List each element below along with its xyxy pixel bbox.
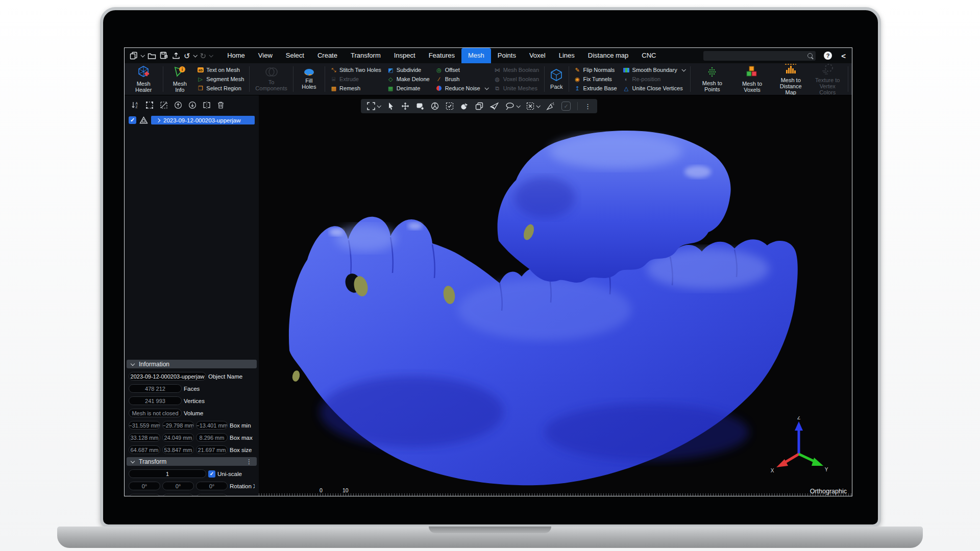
menu-item-home[interactable]: Home [220, 48, 252, 63]
plane-tool-icon[interactable] [490, 102, 499, 110]
search-input[interactable] [706, 52, 807, 60]
menu-item-cnc[interactable]: CNC [635, 48, 663, 63]
deselect-all-icon[interactable] [160, 101, 168, 109]
menu-item-features[interactable]: Features [422, 48, 461, 63]
flip-normals-button[interactable]: ✎ Flip Normals [574, 66, 617, 73]
delete-icon[interactable] [217, 101, 225, 109]
translation-y-input[interactable]: 0 mm [162, 494, 194, 496]
pack-button[interactable]: Pack [547, 68, 566, 90]
information-section-header[interactable]: Information [127, 360, 257, 368]
jaw-scan-model[interactable] [259, 95, 852, 496]
axis-z-label: Z [797, 416, 800, 420]
help-button[interactable]: ? [824, 52, 832, 60]
new-project-button[interactable] [130, 52, 144, 60]
box-size-x: 64.687 mm [129, 445, 160, 454]
extrude-base-button[interactable]: ↥ Extrude Base [574, 85, 617, 92]
search-box[interactable] [703, 51, 816, 61]
re-position-button[interactable]: ◐ Re-position [623, 76, 685, 83]
tree-item-upperjaw[interactable]: 2023-09-12-000203-upperjaw [151, 116, 255, 124]
make-delone-button[interactable]: ◇ Make Delone [387, 76, 430, 83]
menu-item-inspect[interactable]: Inspect [387, 48, 422, 63]
unite-meshes-button[interactable]: ⧉ Unite Meshes [494, 85, 539, 92]
decimate-button[interactable]: ▦ Decimate [387, 85, 430, 92]
scale-input[interactable]: 1 [129, 469, 206, 478]
flip-view-icon[interactable] [203, 101, 211, 109]
mesh-info-button[interactable]: i Mesh Info [165, 65, 194, 93]
undo-button[interactable]: ↺ [184, 52, 197, 60]
menu-item-voxel[interactable]: Voxel [523, 48, 552, 63]
fix-tunnels-button[interactable]: ◉ Fix Tunnels [574, 76, 617, 83]
visibility-checkbox[interactable]: ✓ [129, 116, 136, 124]
redo-button[interactable]: ↻ [200, 52, 213, 60]
deselect-box-button[interactable] [526, 102, 540, 110]
offset-button[interactable]: ◎ Offset [436, 66, 488, 73]
subdivide-button[interactable]: ◩ Subdivide [387, 66, 430, 73]
export-button[interactable] [172, 52, 180, 60]
menu-item-transform[interactable]: Transform [344, 48, 387, 63]
select-cursor-icon[interactable] [387, 102, 395, 110]
viewport-3d[interactable]: ✓ ⋮ 0 10 Z [259, 95, 852, 496]
open-file-button[interactable] [148, 52, 156, 60]
smooth-boundary-button[interactable]: Smooth Boundary [623, 66, 685, 73]
scale-ruler: 0 10 [259, 488, 852, 496]
segment-mesh-button[interactable]: ▷ Segment Mesh [197, 76, 244, 83]
move-up-icon[interactable] [174, 101, 182, 109]
collapse-ribbon-button[interactable]: < [841, 52, 846, 60]
mesh-to-points-button[interactable]: Mesh to Points [693, 66, 732, 92]
uni-scale-checkbox[interactable]: ✓ [208, 470, 215, 478]
move-tool-icon[interactable] [401, 102, 409, 110]
sphere-modifier-icon[interactable] [460, 102, 469, 110]
save-scene-button[interactable] [160, 52, 168, 60]
information-title: Information [139, 361, 169, 368]
menu-item-create[interactable]: Create [311, 48, 344, 63]
ribbon-column-normals: ✎ Flip Normals ◉ Fix Tunnels ↥ Extrude B… [571, 66, 620, 92]
select-box-icon[interactable] [446, 102, 454, 110]
sort-az-icon[interactable]: AZ [131, 101, 139, 109]
brush-button[interactable]: ∕ Brush [436, 76, 488, 83]
projection-mode-label[interactable]: Orthographic [810, 488, 847, 495]
duplicate-icon[interactable] [475, 102, 483, 110]
to-components-button[interactable]: To Components [252, 67, 290, 91]
menu-item-lines[interactable]: Lines [552, 48, 581, 63]
mesh-healer-button[interactable]: Mesh Healer [126, 65, 161, 93]
reposition-shape-icon[interactable] [416, 102, 424, 110]
axis-gizmo[interactable]: Z X Y [768, 416, 829, 481]
translation-z-input[interactable]: 0 mm [196, 494, 228, 496]
texture-to-vertex-colors-button[interactable]: Texture to Vertex Colors [810, 63, 846, 95]
mesh-to-voxels-button[interactable]: Mesh to Voxels [732, 65, 772, 93]
transform-section-header[interactable]: Transform ⋮ [127, 457, 257, 466]
transform-menu-icon[interactable]: ⋮ [246, 459, 252, 465]
remesh-button[interactable]: ▩ Remesh [330, 85, 381, 92]
text-on-mesh-button[interactable]: ab Text on Mesh [197, 66, 244, 73]
vertices-value: 241 993 [129, 396, 182, 405]
lasso-select-button[interactable] [505, 102, 520, 110]
extrude-button[interactable]: ⌸ Extrude [330, 76, 381, 83]
magic-wand-icon[interactable] [546, 102, 555, 110]
menu-item-mesh-active[interactable]: Mesh [461, 48, 491, 63]
volume-label: Volume [184, 410, 203, 416]
reduce-noise-button[interactable]: Reduce Noise [436, 85, 488, 92]
menu-item-distance-map[interactable]: Distance map [581, 48, 635, 63]
fill-holes-button[interactable]: Fill Holes [296, 69, 323, 90]
select-region-button[interactable]: ❒ Select Region [197, 85, 244, 92]
object-name-input[interactable]: 2023-09-12-000203-upperjaw [129, 372, 206, 381]
menu-item-points[interactable]: Points [491, 48, 523, 63]
voxel-boolean-button[interactable]: ◍ Voxel Boolean [494, 76, 539, 83]
mesh-to-distance-map-button[interactable]: Mesh to Distance Map [772, 63, 810, 95]
fit-view-button[interactable] [367, 102, 380, 110]
stitch-two-holes-button[interactable]: ⤡ Stitch Two Holes [330, 66, 381, 73]
move-down-icon[interactable] [188, 101, 197, 109]
rotation-x-input[interactable]: 0° [129, 482, 160, 490]
viewport-toolbar-menu-icon[interactable]: ⋮ [584, 103, 591, 110]
trackball-icon[interactable] [431, 102, 439, 110]
apply-check-button[interactable]: ✓ [561, 102, 571, 111]
unite-close-vertices-button[interactable]: △ Unite Close Vertices [623, 85, 685, 92]
menu-item-select[interactable]: Select [279, 48, 311, 63]
translation-x-input[interactable]: 0 mm [129, 494, 160, 496]
extrude-base-icon: ↥ [574, 85, 581, 92]
rotation-y-input[interactable]: 0° [162, 482, 194, 490]
mesh-boolean-button[interactable]: ⋈ Mesh Boolean [494, 66, 539, 73]
menu-item-view[interactable]: View [252, 48, 279, 63]
select-all-icon[interactable] [145, 101, 154, 109]
rotation-z-input[interactable]: 0° [196, 482, 228, 490]
